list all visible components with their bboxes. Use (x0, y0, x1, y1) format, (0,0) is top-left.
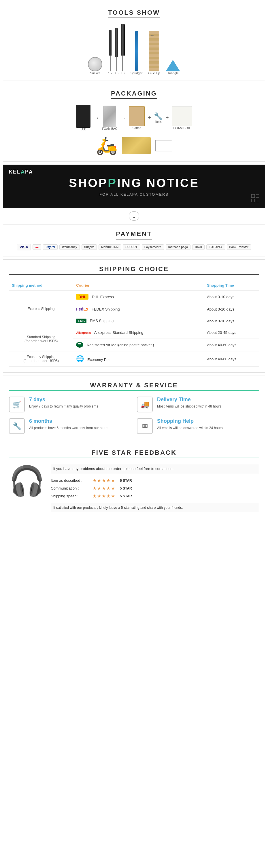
courier-reg: ☰ Registered Air Mail(china post/e packe… (73, 338, 204, 351)
shipping-title: SHIPPING CHOICE (9, 265, 259, 275)
feedback-footer-text: If satisfied with our products , kindly … (51, 503, 259, 512)
notice-subtitle: FOR ALL KELAPA CUSTOMERS (9, 192, 259, 196)
screwdriver-t6-icon (121, 24, 125, 71)
stars-communication: ★★★★★ (92, 486, 115, 491)
courier-ali: Aliexpress Aliexpress Standard Shipping (73, 327, 204, 338)
dhl-badge: DHL (76, 294, 88, 300)
truck-icon: 🚚 (137, 397, 153, 412)
warranty-7days-title: 7 days (29, 397, 98, 403)
pay-paypal-icon: PayPal (43, 244, 58, 250)
star-badge-communication: 5 STAR (120, 486, 132, 490)
star-badge-shipping: 5 STAR (120, 494, 132, 498)
payment-section: PAYMENT VISA ●● PayPal WebMoney Яндекс М… (3, 224, 265, 256)
time-ems: About 3-10 days (204, 315, 259, 327)
tool-spudger: Spudger (131, 31, 143, 75)
glue-label: Glue Tip (148, 71, 160, 75)
shopping-notice-section: KELAPA SHOPPING NOTICE FOR ALL KELAPA CU… (3, 165, 265, 208)
pay-doku-icon: Doku (192, 244, 205, 250)
grid-corner-decoration (251, 194, 259, 202)
pkg-envelope-icon (155, 140, 172, 151)
pay-paysafe-icon: Paysafecard (142, 244, 164, 250)
payment-title: PAYMENT (116, 230, 152, 240)
pay-mc-icon: ●● (32, 244, 41, 250)
pkg-tools-icon: 🔧 (154, 112, 163, 120)
warranty-6months-title: 6 months (29, 418, 107, 424)
stars-shipping: ★★★★★ (92, 493, 115, 499)
feedback-body: 🎧 if you have any problems about the ord… (9, 464, 259, 512)
method-standard: Standard Shipping(for order over USD5) (9, 327, 73, 351)
warranty-6months-text: 6 months All products have 6 months warr… (29, 418, 107, 431)
method-economy: Economy Shipping(for order under USD5) (9, 351, 73, 367)
sucker-label: Sucker (90, 71, 100, 75)
spudger-label: Spudger (131, 71, 143, 75)
chevron-down-icon: ⌄ (129, 211, 139, 221)
warranty-7days-text: 7 days Enjoy 7 days to return if any qua… (29, 397, 98, 409)
warranty-6months: 🔧 6 months All products have 6 months wa… (9, 418, 131, 434)
arrow1: → (93, 115, 99, 121)
warranty-section: WARRANTY & SERVICE 🛒 7 days Enjoy 7 days… (3, 376, 265, 440)
fedex-name: FEDEX Shipping (91, 307, 120, 311)
star-badge-described: 5 STAR (120, 478, 132, 483)
feedback-item-communication: Communication : ★★★★★ 5 STAR (51, 486, 259, 491)
pay-webmoney-icon: WebMoney (59, 244, 80, 250)
tool-t5-label: T5 (115, 71, 118, 75)
courier-dhl: DHL DHL Express (73, 291, 204, 303)
table-row: Economy Shipping(for order under USD5) 🌐… (9, 351, 259, 367)
pkg-foambag-icon (103, 105, 116, 127)
triangle-label: Triangle (167, 71, 179, 75)
tool-glue: Glue Tip (148, 31, 160, 75)
warranty-help: ✉ Shopping Help All emails will be answe… (137, 418, 259, 434)
tool-12: 1.2 (108, 30, 112, 75)
warranty-7days-desc: Enjoy 7 days to return if any quality pr… (29, 404, 98, 409)
feedback-section: FIVE STAR FEEDBACK 🎧 if you have any pro… (3, 443, 265, 518)
courier-fedex: FedEx FEDEX Shipping (73, 303, 204, 315)
time-ali: About 20-45 days (204, 327, 259, 338)
grid-dot-1 (251, 194, 255, 198)
packaging-row2: 🛵 (9, 135, 259, 156)
economy-name: Economy Post (87, 358, 111, 362)
feedback-label-described: Item as described : (51, 478, 88, 483)
tools-row: Sucker 1.2 T5 (9, 24, 259, 75)
warranty-grid: 🛒 7 days Enjoy 7 days to return if any q… (9, 397, 259, 434)
tool-12-label: 1.2 (108, 71, 112, 75)
pkg-lcd: LCD (76, 105, 90, 131)
ali-badge: Aliexpress (76, 331, 91, 334)
shipping-section: SHIPPING CHOICE Shipping method Courier … (3, 259, 265, 373)
shipping-table: Shipping method Courier Shopping Time Ex… (9, 280, 259, 367)
pkg-lcd-icon (76, 105, 90, 128)
time-dhl: About 3-10 days (204, 291, 259, 303)
arrow2: → (120, 115, 126, 121)
warranty-delivery-text: Delivery Time Most items will be shipped… (157, 397, 222, 409)
pkg-foambox-icon (172, 106, 192, 126)
feedback-title: FIVE STAR FEEDBACK (9, 449, 259, 458)
method-express: Express Shipping (9, 291, 73, 327)
brand-highlight: A (21, 169, 25, 175)
packaging-title: PACKAGING (111, 90, 157, 99)
dhl-name: DHL Express (92, 295, 114, 299)
ali-name: Aliexpress Standard Shipping (94, 331, 143, 335)
cart-icon: 🛒 (9, 397, 25, 412)
pay-bank-icon: Bank Transfer (227, 244, 251, 250)
feedback-label-shipping: Shipping speed: (51, 494, 88, 498)
packaging-section: PACKAGING LCD → FOAM BAG → Carton + 🔧 To… (3, 84, 265, 162)
warranty-help-title: Shopping Help (157, 418, 222, 424)
chevron-down-divider: ⌄ (0, 211, 268, 221)
warranty-6months-desc: All products have 6 months warranty from… (29, 425, 107, 431)
glue-icon (149, 31, 159, 71)
pkg-tools: 🔧 Tools (154, 112, 163, 123)
tool-sucker: Sucker (88, 57, 102, 75)
pkg-carton-label: Carton (133, 126, 141, 129)
reg-name: Registered Air Mail(china post/e packet … (87, 343, 154, 347)
pkg-lcd-label: LCD (80, 128, 86, 131)
tool-triangle: Triangle (166, 60, 180, 75)
feedback-item-shipping: Shipping speed: ★★★★★ 5 STAR (51, 493, 259, 499)
driver-group: 1.2 T5 T6 (108, 24, 125, 75)
warranty-help-desc: All emails will be answered within 24 ho… (157, 425, 222, 431)
warranty-help-text: Shopping Help All emails will be answere… (157, 418, 222, 431)
pay-visa-icon: VISA (17, 244, 31, 250)
warranty-delivery-title: Delivery Time (157, 397, 222, 403)
grid-dot-2 (256, 194, 259, 198)
pkg-foambox-label: FOAM BOX (173, 126, 190, 130)
plus1: + (148, 115, 151, 121)
spudger-icon (135, 31, 138, 71)
